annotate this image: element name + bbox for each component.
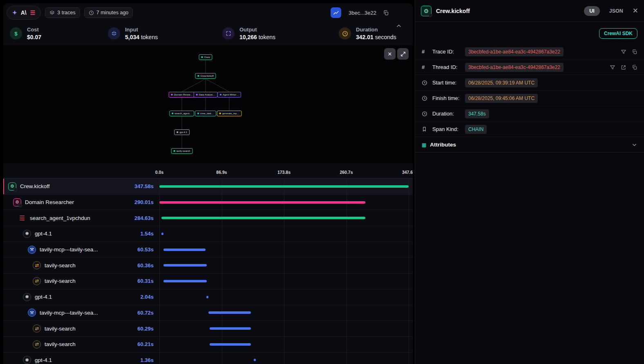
tools-icon: ⚒ xyxy=(28,246,36,254)
graph-node[interactable]: search_agent… xyxy=(169,111,194,116)
graph-node[interactable]: Agent Writer… xyxy=(217,92,241,98)
timeline-row[interactable]: ⇄tavily-search60.21s xyxy=(3,336,413,352)
trace-short-id: 3bec...3e22 xyxy=(349,10,376,16)
span-name: gpt-4.1 xyxy=(35,357,52,363)
timeline-row[interactable]: ⇄tavily-search60.36s xyxy=(3,257,413,273)
axis-tick: 86.9s xyxy=(216,170,227,175)
traces-count-badge[interactable]: 3 traces xyxy=(45,7,80,18)
duration-icon xyxy=(339,27,351,40)
chart-icon[interactable] xyxy=(331,7,341,18)
external-icon[interactable] xyxy=(621,64,626,70)
node-label: Agent Writer… xyxy=(223,93,239,96)
hash-icon: # xyxy=(422,64,429,70)
span-duration: 290.01s xyxy=(134,199,159,205)
tool-call-icon: ⇄ xyxy=(33,324,41,333)
span-duration: 1.36s xyxy=(140,357,159,363)
stat-label: Input xyxy=(125,27,158,33)
axis-tick: 260.7s xyxy=(340,170,353,175)
graph-node[interactable]: Crew.kickoff xyxy=(195,73,216,79)
timeline-row[interactable]: ⇄tavily-search60.31s xyxy=(3,273,413,289)
copy-icon[interactable] xyxy=(383,10,389,16)
filter-icon[interactable] xyxy=(610,64,615,70)
span-duration: 60.36s xyxy=(137,262,159,269)
clock-icon xyxy=(422,111,429,117)
axis-tick: 0.0s xyxy=(155,170,163,175)
span-bar[interactable] xyxy=(206,296,208,298)
span-bar[interactable] xyxy=(254,359,256,361)
node-label: Data Analyst… xyxy=(199,93,215,96)
span-bar[interactable] xyxy=(163,249,205,251)
traces-count-label: 3 traces xyxy=(57,10,75,16)
span-bar[interactable] xyxy=(161,217,365,219)
trace-viewer-app: ✦A\☰ 3 traces 7 minutes ago 3bec...3e22 … xyxy=(0,0,644,364)
trace-graph: CrewCrew.kickoffDomain Resea…Data Analys… xyxy=(3,45,413,163)
span-bar[interactable] xyxy=(208,311,251,314)
hash-icon: # xyxy=(422,49,429,55)
tab-ui[interactable]: UI xyxy=(584,6,600,16)
field-value: 3becbfed-a1be-ae84-ea3c-4942867a3e22 xyxy=(465,47,564,56)
graph-node[interactable]: tavily-search xyxy=(171,148,193,154)
graph-node[interactable]: Domain Resea… xyxy=(169,92,195,98)
span-name: tavily-mcp---tavily-sea... xyxy=(40,246,98,253)
attributes-label: Attributes xyxy=(430,142,456,148)
crew-green-icon: ⚙ xyxy=(8,182,16,191)
attributes-section[interactable]: ▦ Attributes xyxy=(415,137,644,153)
span-bar[interactable] xyxy=(159,201,365,204)
span-bar[interactable] xyxy=(210,327,251,330)
timeline-row[interactable]: ⚙Domain Researcher290.01s xyxy=(3,194,413,210)
node-label: search_agent… xyxy=(174,112,192,115)
field-label: Start time: xyxy=(432,80,465,86)
node-icon xyxy=(174,150,175,152)
graph-node[interactable]: generate_rep… xyxy=(217,111,242,116)
graph-node[interactable]: Crew xyxy=(199,54,212,60)
graph-close-icon[interactable]: ✕ xyxy=(384,48,396,60)
graph-expand-icon[interactable] xyxy=(397,48,409,60)
copy-icon[interactable] xyxy=(632,64,637,70)
timeline-row[interactable]: ❋gpt-4.11.54s xyxy=(3,226,413,242)
field-trace-id: #Trace ID:3becbfed-a1be-ae84-ea3c-494286… xyxy=(415,44,644,60)
span-bar[interactable] xyxy=(161,233,163,235)
span-name: tavily-mcp---tavily-sea... xyxy=(40,310,98,316)
node-icon xyxy=(220,94,221,95)
span-name: tavily-search xyxy=(45,326,76,332)
span-bar[interactable] xyxy=(210,343,251,346)
timeline-row[interactable]: ❋gpt-4.11.36s xyxy=(3,352,413,364)
timeline-row[interactable]: ⚒tavily-mcp---tavily-sea...60.72s xyxy=(3,305,413,321)
span-duration: 284.63s xyxy=(134,215,159,221)
stats-row: $Cost$0.07Input5,034 tokensOutput10,266 … xyxy=(3,22,413,45)
field-thread-id: #Thread ID:3becbfed-a1be-ae84-ea3c-49428… xyxy=(415,60,644,75)
timeline-row[interactable]: ⚙Crew.kickoff347.58s xyxy=(3,178,413,194)
timeline-row[interactable]: ⚒tavily-mcp---tavily-sea...60.53s xyxy=(3,242,413,257)
graph-node[interactable]: crew_task… xyxy=(195,111,216,116)
field-label: Finish time: xyxy=(432,95,465,101)
span-name: Domain Researcher xyxy=(25,199,74,205)
filter-icon[interactable] xyxy=(621,49,626,55)
span-bar[interactable] xyxy=(159,185,409,188)
topbar: ✦A\☰ 3 traces 7 minutes ago 3bec...3e22 xyxy=(3,3,413,22)
span-bar[interactable] xyxy=(163,280,207,282)
tools-icon: ⚒ xyxy=(28,309,36,317)
trace-main-area: ✦A\☰ 3 traces 7 minutes ago 3bec...3e22 … xyxy=(3,3,413,364)
span-name: tavily-search xyxy=(45,262,76,269)
field-label: Thread ID: xyxy=(432,64,465,70)
span-bar[interactable] xyxy=(163,264,207,266)
timeline-row[interactable]: ⇄tavily-search60.29s xyxy=(3,320,413,336)
timeline-row[interactable]: ☰search_agent_1vpchdun284.63s xyxy=(3,210,413,226)
copy-icon[interactable] xyxy=(632,49,637,55)
chevron-up-icon[interactable] xyxy=(396,23,402,29)
span-name: Crew.kickoff xyxy=(20,183,50,189)
node-icon xyxy=(219,113,221,114)
stat-label: Duration xyxy=(356,27,396,33)
span-duration: 60.29s xyxy=(137,326,159,332)
close-icon[interactable]: ✕ xyxy=(633,7,638,15)
time-ago-badge: 7 minutes ago xyxy=(84,7,133,18)
graph-node[interactable]: gpt-4.1 xyxy=(174,129,190,135)
timeline-row[interactable]: ❋gpt-4.12.04s xyxy=(3,289,413,305)
node-icon xyxy=(196,94,198,95)
graph-node[interactable]: Data Analyst… xyxy=(194,92,218,98)
chevron-down-icon[interactable] xyxy=(631,142,637,148)
tool-call-icon: ⇄ xyxy=(33,277,41,285)
clock-icon xyxy=(422,95,429,101)
tab-json[interactable]: JSON xyxy=(609,8,623,14)
node-label: tavily-search xyxy=(177,150,190,152)
